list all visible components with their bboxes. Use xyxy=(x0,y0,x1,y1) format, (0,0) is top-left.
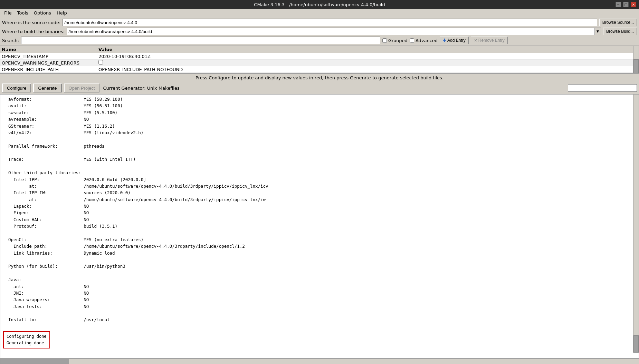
plus-icon: ✚ xyxy=(443,38,446,43)
search-label: Search: xyxy=(2,38,19,43)
maximize-button[interactable]: □ xyxy=(623,2,629,7)
search-row: Search: Grouped Advanced ✚ Add Entry ✕ R… xyxy=(2,37,637,44)
status-message: Press Configure to update and display ne… xyxy=(195,75,444,80)
window-controls[interactable]: ─ □ ✕ xyxy=(616,2,636,7)
menu-bar: File Tools Options Help xyxy=(0,9,639,17)
scroll-thumb[interactable] xyxy=(633,59,639,73)
table-scrollbar[interactable] xyxy=(633,46,639,73)
toolbar: Where is the source code: Browse Source.… xyxy=(0,17,639,46)
table-row[interactable]: Op..._DIR Op..._DIR-NOTFOUND xyxy=(0,73,639,73)
configuring-done-text: Configuring done xyxy=(7,333,47,340)
binaries-label: Where to build the binaries: xyxy=(2,29,65,34)
grouped-checkbox-label[interactable]: Grouped xyxy=(382,38,408,43)
v-scroll-thumb[interactable] xyxy=(633,335,639,353)
dropdown-arrow-icon[interactable]: ▼ xyxy=(594,28,601,35)
add-entry-button[interactable]: ✚ Add Entry xyxy=(440,37,469,44)
output-vertical-scrollbar[interactable] xyxy=(633,95,639,353)
row-value: Op..._DIR-NOTFOUND xyxy=(98,73,637,74)
menu-tools[interactable]: Tools xyxy=(15,10,31,16)
source-label: Where is the source code: xyxy=(2,20,60,25)
row-name: OPENEXR_INCLUDE_PATH xyxy=(2,67,98,72)
table-header: Name Value xyxy=(0,46,639,53)
title-bar: CMake 3.16.3 - /home/ubuntu/software/ope… xyxy=(0,0,639,9)
table-row[interactable]: OPENCV_WARNINGS_ARE_ERRORS xyxy=(0,60,639,66)
advanced-checkbox-label[interactable]: Advanced xyxy=(410,38,438,43)
row-name: Op..._DIR xyxy=(2,73,98,74)
search-input[interactable] xyxy=(21,37,380,44)
menu-help[interactable]: Help xyxy=(54,10,70,16)
generating-done-text: Generating done xyxy=(7,340,47,346)
source-input[interactable] xyxy=(63,19,597,26)
row-value: 2020-10-19T06:40:01Z xyxy=(98,54,637,59)
menu-options[interactable]: Options xyxy=(31,10,54,16)
bottom-scrollbar[interactable] xyxy=(0,358,639,364)
grouped-label: Grouped xyxy=(388,38,408,43)
config-done-box: Configuring done Generating done xyxy=(3,331,50,348)
table-row[interactable]: OPENCV_TIMESTAMP 2020-10-19T06:40:01Z xyxy=(0,53,639,60)
warnings-checkbox[interactable] xyxy=(98,60,103,65)
binaries-row: Where to build the binaries: ▼ Browse Bu… xyxy=(2,28,637,35)
advanced-checkbox[interactable] xyxy=(410,38,414,43)
h-scroll-thumb[interactable] xyxy=(0,359,69,364)
source-row: Where is the source code: Browse Source.… xyxy=(2,19,637,26)
advanced-label: Advanced xyxy=(416,38,438,43)
row-value xyxy=(98,60,637,66)
remove-entry-label: Remove Entry xyxy=(478,38,505,43)
menu-file[interactable]: File xyxy=(1,10,15,16)
binaries-input[interactable] xyxy=(67,28,594,35)
bottom-toolbar: Configure Generate Open Project Current … xyxy=(0,82,639,94)
row-name: OPENCV_WARNINGS_ARE_ERRORS xyxy=(2,60,98,66)
row-value: OPENEXR_INCLUDE_PATH-NOTFOUND xyxy=(98,67,637,72)
output-filter-input[interactable] xyxy=(568,84,637,92)
browse-source-button[interactable]: Browse Source... xyxy=(599,19,637,26)
generator-label: Current Generator: Unix Makefiles xyxy=(103,86,179,91)
output-panel: avformat: YES (58.29.100) avutil: YES (5… xyxy=(0,94,639,358)
close-button[interactable]: ✕ xyxy=(631,2,636,7)
configure-button[interactable]: Configure xyxy=(2,83,31,92)
h-scroll-track[interactable] xyxy=(0,359,639,364)
x-icon: ✕ xyxy=(474,38,477,43)
minimize-button[interactable]: ─ xyxy=(616,2,621,7)
cmake-table: Name Value OPENCV_TIMESTAMP 2020-10-19T0… xyxy=(0,46,639,73)
remove-entry-button[interactable]: ✕ Remove Entry xyxy=(471,37,508,44)
generate-button[interactable]: Generate xyxy=(33,83,61,92)
open-project-button[interactable]: Open Project xyxy=(64,83,100,92)
add-entry-label: Add Entry xyxy=(447,38,466,43)
output-content[interactable]: avformat: YES (58.29.100) avutil: YES (5… xyxy=(0,95,639,358)
col-header-name: Name xyxy=(2,47,98,52)
binaries-path-dropdown[interactable]: ▼ xyxy=(67,28,601,35)
table-row[interactable]: OPENEXR_INCLUDE_PATH OPENEXR_INCLUDE_PAT… xyxy=(0,66,639,73)
row-name: OPENCV_TIMESTAMP xyxy=(2,54,98,59)
status-bar: Press Configure to update and display ne… xyxy=(0,73,639,82)
window-title: CMake 3.16.3 - /home/ubuntu/software/ope… xyxy=(254,2,385,7)
grouped-checkbox[interactable] xyxy=(382,38,387,43)
col-header-value: Value xyxy=(98,47,637,52)
browse-build-button[interactable]: Browse Build... xyxy=(603,28,637,35)
